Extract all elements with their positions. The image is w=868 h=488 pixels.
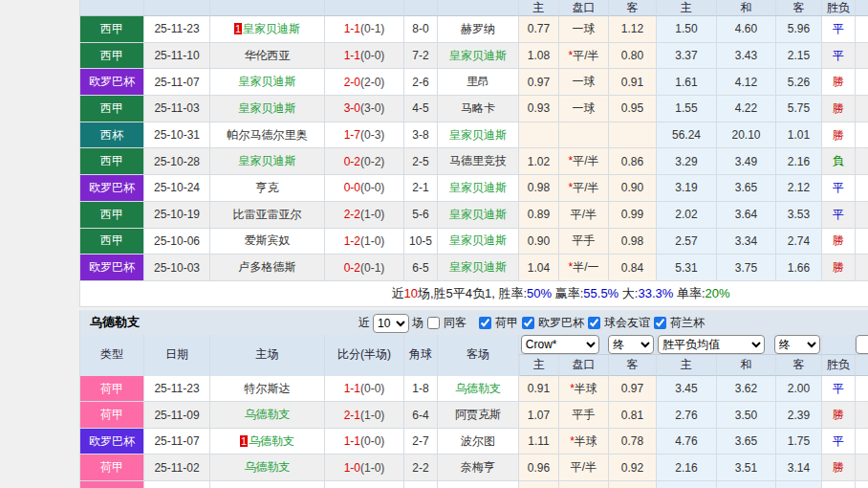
corner-score: 5-6 <box>404 202 438 229</box>
euro-draw-odds: 3.62 <box>717 376 776 403</box>
away-team[interactable] <box>438 481 519 488</box>
away-header: 客场 <box>438 335 519 376</box>
section-title: 乌德勒支 <box>80 314 140 331</box>
table-row: 西甲 25-11-23 1皇家贝迪斯 1-1(0-1) 8-0 赫罗纳 0.77… <box>79 16 868 43</box>
home-team[interactable]: 乌德勒支 <box>210 402 325 429</box>
away-team[interactable]: 皇家贝迪斯 <box>438 175 519 202</box>
match-result: 平 <box>822 43 856 70</box>
recent-count-select[interactable]: 10 <box>373 314 409 333</box>
euro-away-header: 客 <box>776 355 822 376</box>
asian-home-odds: 1.08 <box>519 43 559 70</box>
away-team[interactable]: 皇家贝迪斯 <box>438 202 519 229</box>
euro-home-odds: 1.61 <box>657 69 717 96</box>
rank-badge: 1 <box>234 23 242 34</box>
asian-home-odds <box>519 481 559 488</box>
away-team[interactable]: 皇家贝迪斯 <box>438 255 519 281</box>
league-filter-checkbox[interactable] <box>479 317 491 329</box>
away-team[interactable]: 里昂 <box>438 69 519 96</box>
home-team[interactable]: 1乌德勒支 <box>210 429 325 455</box>
same-away-checkbox[interactable] <box>427 317 440 329</box>
euro-draw-odds: 3.49 <box>717 148 776 175</box>
asian-handicap: *半/一 <box>559 255 609 281</box>
asian-handicap: *半球 <box>559 376 609 403</box>
euro-away-odds: 2.12 <box>776 175 822 202</box>
home-team[interactable]: 特尔斯达 <box>210 376 325 403</box>
score-header: 比分(半场) <box>325 335 404 376</box>
corner-score: 6-4 <box>404 402 438 429</box>
match-result: 平 <box>822 429 856 455</box>
clipped-select[interactable] <box>856 335 868 354</box>
home-team[interactable]: 爱斯宾奴 <box>210 229 325 255</box>
league-badge: 欧罗巴杯 <box>79 69 144 96</box>
type-header: 类型 <box>79 335 144 376</box>
asian-handicap: 一球 <box>559 96 609 122</box>
home-team[interactable]: 卢多格德斯 <box>210 255 325 281</box>
away-team[interactable]: 马德里竞技 <box>438 148 519 175</box>
match-score: 2-0(2-0) <box>325 69 404 96</box>
asian-home-odds: 0.93 <box>519 96 559 122</box>
away-team[interactable]: 皇家贝迪斯 <box>438 122 519 149</box>
away-team[interactable]: 乌德勒支 <box>438 376 519 403</box>
match-result: 勝 <box>822 122 856 149</box>
table-row: 欧罗巴杯 25-11-07 皇家贝迪斯 2-0(2-0) 2-6 里昂 0.97… <box>79 69 868 96</box>
asian-home-odds: 1.07 <box>519 402 559 429</box>
asian-home-odds: 0.91 <box>519 376 559 403</box>
asian-away-odds: 0.91 <box>609 69 657 96</box>
odds-time-select[interactable]: 终 <box>608 335 654 354</box>
match-date: 25-11-10 <box>144 43 210 70</box>
table-row: 荷甲 25-11-23 特尔斯达 1-1(0-0) 1-8 乌德勒支 0.91 … <box>79 376 868 403</box>
euro-time-select[interactable]: 终 <box>774 335 820 354</box>
match-result: 勝 <box>822 229 856 255</box>
home-team[interactable]: 华伦西亚 <box>210 43 325 70</box>
asian-home-odds: 1.04 <box>519 255 559 281</box>
league-badge: 西甲 <box>79 229 144 255</box>
result-header: 胜负 <box>822 355 856 376</box>
home-team[interactable] <box>210 481 325 488</box>
league-filter-label: 荷甲 <box>495 315 518 331</box>
match-result <box>822 481 856 488</box>
away-team[interactable]: 波尔图 <box>438 429 519 455</box>
away-team[interactable]: 阿贾克斯 <box>438 402 519 429</box>
away-team[interactable]: 奈梅亨 <box>438 455 519 481</box>
away-team[interactable]: 马略卡 <box>438 96 519 122</box>
asian-away-odds: 0.97 <box>609 376 657 403</box>
asian-away-header: 客 <box>609 355 657 376</box>
league-filter-checkbox[interactable] <box>588 317 600 329</box>
clipped-header <box>856 0 868 16</box>
euro-home-odds: 3.29 <box>657 148 717 175</box>
asian-away-odds <box>609 122 657 149</box>
away-team[interactable]: 皇家贝迪斯 <box>438 229 519 255</box>
euro-draw-odds: 4.22 <box>717 96 776 122</box>
home-team[interactable]: 亨克 <box>210 175 325 202</box>
asian-away-odds: 0.80 <box>609 43 657 70</box>
corner-header: 角球 <box>404 335 438 376</box>
home-team[interactable]: 1皇家贝迪斯 <box>210 16 325 43</box>
clipped-cell <box>856 202 868 229</box>
home-team[interactable]: 皇家贝迪斯 <box>210 148 325 175</box>
league-filter-checkbox[interactable] <box>654 317 666 329</box>
match-date: 25-11-09 <box>144 402 210 429</box>
league-badge: 荷甲 <box>79 376 144 403</box>
euro-home-odds: 1.50 <box>657 16 717 43</box>
league-filter-checkbox[interactable] <box>522 317 534 329</box>
home-team[interactable]: 比雷亚雷亚尔 <box>210 202 325 229</box>
match-score: 1-1(0-0) <box>325 43 404 70</box>
euro-avg-select[interactable]: 胜平负均值 <box>658 335 765 354</box>
corner-score: 10-5 <box>404 229 438 255</box>
header-spacer <box>210 0 325 16</box>
euro-away-odds <box>776 481 822 488</box>
match-date: 25-11-07 <box>144 69 210 96</box>
home-team[interactable]: 乌德勒支 <box>210 455 325 481</box>
clipped-cell <box>856 122 868 149</box>
league-filter-label: 球会友谊 <box>604 315 650 331</box>
match-score: 0-2(0-2) <box>325 148 404 175</box>
away-team[interactable]: 赫罗纳 <box>438 16 519 43</box>
home-team[interactable]: 帕尔马德尔里奥 <box>210 122 325 149</box>
bookmaker-select[interactable]: Crow* <box>521 335 599 354</box>
away-team[interactable]: 皇家贝迪斯 <box>438 43 519 70</box>
home-team[interactable]: 皇家贝迪斯 <box>210 96 325 122</box>
asian-home-header: 主 <box>519 0 559 16</box>
home-team[interactable]: 皇家贝迪斯 <box>210 69 325 96</box>
euro-draw-odds: 3.64 <box>717 202 776 229</box>
clipped-cell <box>856 481 868 488</box>
